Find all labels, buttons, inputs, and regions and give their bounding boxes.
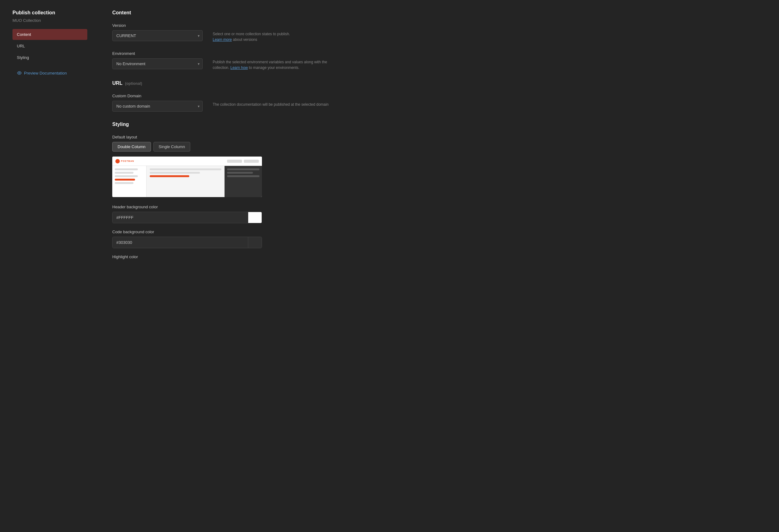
- single-column-button[interactable]: Single Column: [154, 142, 190, 152]
- code-bg-color-input[interactable]: [113, 237, 248, 248]
- url-section: URL (optional) Custom Domain No custom d…: [112, 80, 337, 112]
- mockup-main: [146, 166, 225, 197]
- mockup-code: [225, 166, 262, 197]
- postman-logo-text: POSTMAN: [121, 160, 134, 162]
- sidebar-item-content[interactable]: Content: [12, 29, 87, 40]
- mockup-sidebar-line-highlight: [115, 179, 135, 181]
- environment-help-text: Publish the selected environment variabl…: [213, 51, 337, 70]
- mockup-sidebar-line-4: [115, 182, 133, 184]
- layout-buttons: Double Column Single Column: [112, 142, 337, 152]
- collection-name: MUO Collection: [12, 18, 87, 23]
- mockup-sidebar-line-2: [115, 172, 133, 174]
- header-bg-color-label: Header background color: [112, 204, 337, 209]
- styling-section-title: Styling: [112, 122, 337, 127]
- environment-select-wrapper: No Environment ▾: [112, 58, 203, 69]
- mockup-sidebar-line-1: [115, 168, 138, 170]
- mockup-body: [112, 166, 262, 197]
- page-title: Publish collection: [12, 10, 87, 16]
- preview-link-label: Preview Documentation: [24, 71, 67, 75]
- main-content: Content Version CURRENT Draft Published …: [94, 10, 337, 522]
- sidebar-item-styling[interactable]: Styling: [12, 52, 87, 63]
- custom-domain-field-row: Custom Domain No custom domain ▾ The col…: [112, 94, 337, 112]
- environment-field: Environment No Environment ▾: [112, 51, 203, 69]
- custom-domain-select[interactable]: No custom domain: [112, 101, 203, 112]
- mockup-code-line-1: [227, 168, 259, 170]
- version-label: Version: [112, 23, 203, 28]
- version-select-wrapper: CURRENT Draft Published ▾: [112, 30, 203, 41]
- code-bg-color-group: Code background color: [112, 230, 337, 248]
- sidebar: Publish collection MUO Collection Conten…: [12, 10, 94, 522]
- version-field: Version CURRENT Draft Published ▾: [112, 23, 203, 41]
- double-column-button[interactable]: Double Column: [112, 142, 151, 152]
- mockup-sidebar: [112, 166, 146, 197]
- code-bg-color-input-row: [112, 237, 262, 248]
- sidebar-item-url[interactable]: URL: [12, 41, 87, 51]
- header-bg-color-input[interactable]: [113, 212, 248, 223]
- version-select[interactable]: CURRENT Draft Published: [112, 30, 203, 41]
- highlight-color-label: Highlight color: [112, 254, 337, 259]
- preview-documentation-link[interactable]: Preview Documentation: [12, 67, 87, 78]
- mockup-nav-pill-2: [244, 160, 259, 163]
- svg-point-0: [19, 72, 20, 74]
- mockup-main-line-3: [150, 175, 189, 177]
- content-section: Content Version CURRENT Draft Published …: [112, 10, 337, 43]
- mockup-nav-pill-1: [227, 160, 242, 163]
- code-bg-color-swatch[interactable]: [248, 237, 262, 248]
- environment-learn-how-link[interactable]: Learn how: [231, 65, 248, 70]
- header-bg-color-input-row: [112, 212, 262, 223]
- header-bg-color-group: Header background color: [112, 204, 337, 223]
- version-field-row: Version CURRENT Draft Published ▾ Select…: [112, 23, 337, 43]
- layout-preview-mockup: POSTMAN: [112, 157, 262, 197]
- environment-field-group: Environment No Environment ▾ Publish the…: [112, 51, 337, 70]
- header-bg-color-swatch[interactable]: [248, 212, 262, 223]
- postman-logo-icon: [115, 159, 120, 163]
- custom-domain-select-wrapper: No custom domain ▾: [112, 101, 203, 112]
- environment-label: Environment: [112, 51, 203, 56]
- eye-icon: [17, 70, 22, 75]
- mockup-main-line-2: [150, 172, 200, 174]
- version-learn-more-link[interactable]: Learn more: [213, 38, 232, 42]
- mockup-nav-pills: [227, 160, 259, 163]
- custom-domain-field: Custom Domain No custom domain ▾: [112, 94, 203, 112]
- mockup-sidebar-line-3: [115, 175, 138, 177]
- code-bg-color-label: Code background color: [112, 230, 337, 234]
- mockup-main-line-1: [150, 168, 222, 170]
- styling-section: Styling Default layout Double Column Sin…: [112, 122, 337, 259]
- custom-domain-label: Custom Domain: [112, 94, 203, 98]
- mockup-header: POSTMAN: [112, 157, 262, 166]
- environment-select[interactable]: No Environment: [112, 58, 203, 69]
- version-help-text: Select one or more collection states to …: [213, 23, 337, 43]
- sidebar-nav: Content URL Styling: [12, 29, 87, 63]
- default-layout-label: Default layout: [112, 135, 337, 139]
- url-section-title: URL (optional): [112, 80, 337, 86]
- content-section-title: Content: [112, 10, 337, 16]
- mockup-logo: POSTMAN: [115, 159, 134, 163]
- custom-domain-help-text: The collection documentation will be pub…: [213, 94, 337, 107]
- mockup-code-line-3: [227, 175, 259, 177]
- mockup-code-line-2: [227, 172, 253, 174]
- environment-field-row: Environment No Environment ▾ Publish the…: [112, 51, 337, 70]
